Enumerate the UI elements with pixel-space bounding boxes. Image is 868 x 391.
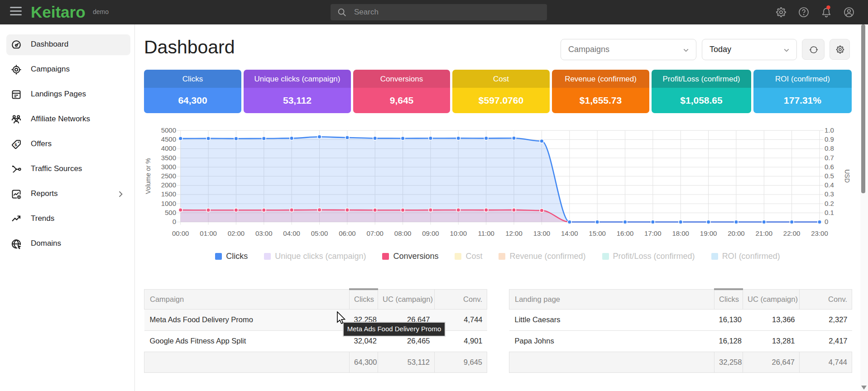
svg-text:11:00: 11:00 bbox=[478, 229, 494, 237]
svg-text:0.5: 0.5 bbox=[825, 172, 834, 180]
svg-text:22:00: 22:00 bbox=[783, 229, 801, 237]
svg-text:09:00: 09:00 bbox=[422, 229, 439, 237]
svg-text:2000: 2000 bbox=[161, 181, 176, 189]
svg-text:04:00: 04:00 bbox=[283, 229, 300, 237]
svg-text:13:00: 13:00 bbox=[533, 229, 551, 237]
svg-text:14:00: 14:00 bbox=[561, 229, 578, 237]
svg-text:0.8: 0.8 bbox=[825, 144, 834, 152]
svg-text:07:00: 07:00 bbox=[366, 229, 384, 237]
svg-text:0.9: 0.9 bbox=[825, 135, 834, 143]
svg-text:500: 500 bbox=[165, 209, 176, 216]
svg-text:1000: 1000 bbox=[161, 200, 176, 207]
svg-text:USD: USD bbox=[844, 169, 851, 183]
svg-text:15:00: 15:00 bbox=[589, 229, 606, 237]
svg-text:4500: 4500 bbox=[161, 135, 176, 143]
svg-text:0.2: 0.2 bbox=[825, 200, 834, 207]
svg-text:21:00: 21:00 bbox=[756, 229, 773, 237]
svg-text:17:00: 17:00 bbox=[644, 229, 662, 237]
svg-text:0: 0 bbox=[825, 218, 828, 225]
svg-text:19:00: 19:00 bbox=[700, 229, 717, 237]
svg-text:10:00: 10:00 bbox=[450, 229, 467, 237]
svg-text:0.1: 0.1 bbox=[825, 209, 834, 216]
svg-text:02:00: 02:00 bbox=[228, 229, 245, 237]
svg-text:0.6: 0.6 bbox=[825, 163, 834, 171]
svg-text:2500: 2500 bbox=[161, 172, 176, 180]
svg-text:5000: 5000 bbox=[161, 126, 176, 134]
svg-text:18:00: 18:00 bbox=[672, 229, 689, 237]
svg-text:06:00: 06:00 bbox=[339, 229, 356, 237]
svg-text:0.7: 0.7 bbox=[825, 154, 834, 162]
svg-text:1.0: 1.0 bbox=[825, 126, 834, 134]
svg-text:03:00: 03:00 bbox=[255, 229, 273, 237]
svg-text:00:00: 00:00 bbox=[172, 229, 189, 237]
svg-text:23:00: 23:00 bbox=[811, 229, 828, 237]
svg-text:0.4: 0.4 bbox=[825, 181, 834, 189]
svg-text:20:00: 20:00 bbox=[728, 229, 745, 237]
svg-text:08:00: 08:00 bbox=[394, 229, 412, 237]
svg-text:4000: 4000 bbox=[161, 144, 176, 152]
svg-text:16:00: 16:00 bbox=[617, 229, 634, 237]
svg-text:0: 0 bbox=[173, 218, 176, 225]
svg-text:05:00: 05:00 bbox=[311, 229, 328, 237]
svg-text:3500: 3500 bbox=[161, 154, 176, 162]
svg-text:0.3: 0.3 bbox=[825, 190, 834, 198]
svg-text:3000: 3000 bbox=[161, 163, 176, 171]
svg-text:$: $ bbox=[14, 142, 17, 147]
svg-text:12:00: 12:00 bbox=[505, 229, 523, 237]
svg-text:1500: 1500 bbox=[161, 190, 176, 198]
svg-text:Volume or %: Volume or % bbox=[144, 158, 152, 194]
svg-text:01:00: 01:00 bbox=[200, 229, 217, 237]
